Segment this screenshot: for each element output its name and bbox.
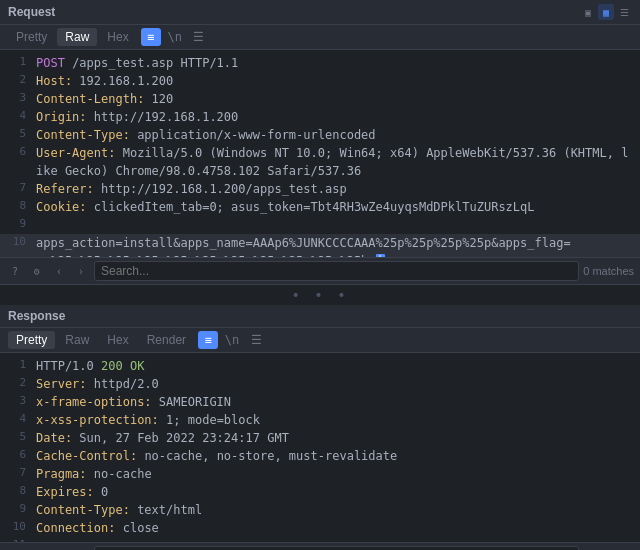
request-search-bar: ? ⚙ ‹ › 0 matches bbox=[0, 257, 640, 284]
table-row: 7 Referer: http://192.168.1.200/apps_tes… bbox=[0, 180, 640, 198]
response-content: 1 HTTP/1.0 200 OK 2 Server: httpd/2.0 3 … bbox=[0, 353, 640, 542]
panel-divider: • • • bbox=[0, 285, 640, 305]
tab-raw-response[interactable]: Raw bbox=[57, 331, 97, 349]
table-row: 5 Date: Sun, 27 Feb 2022 23:24:17 GMT bbox=[0, 429, 640, 447]
response-search-bar: ? ⚙ ‹ › 0 matches bbox=[0, 542, 640, 550]
table-row: 3 x-frame-options: SAMEORIGIN bbox=[0, 393, 640, 411]
search-prev-button[interactable]: ‹ bbox=[50, 262, 68, 280]
tab-icon-newline-request[interactable]: \n bbox=[165, 28, 185, 46]
tab-render-response[interactable]: Render bbox=[139, 331, 194, 349]
table-row: 4 x-xss-protection: 1; mode=block bbox=[0, 411, 640, 429]
tab-hex-response[interactable]: Hex bbox=[99, 331, 136, 349]
response-header: Response bbox=[0, 305, 640, 328]
table-row: 2 Host: 192.168.1.200 bbox=[0, 72, 640, 90]
tab-icon-stream-request[interactable]: ≡ bbox=[141, 28, 161, 46]
table-row: 8 Expires: 0 bbox=[0, 483, 640, 501]
response-search-input[interactable] bbox=[94, 546, 579, 550]
request-content: 1 POST /apps_test.asp HTTP/1.1 2 Host: 1… bbox=[0, 50, 640, 257]
table-row: 4 Origin: http://192.168.1.200 bbox=[0, 108, 640, 126]
response-tab-bar: Pretty Raw Hex Render ≡ \n ☰ bbox=[0, 328, 640, 353]
tab-hex-request[interactable]: Hex bbox=[99, 28, 136, 46]
tab-pretty-response[interactable]: Pretty bbox=[8, 331, 55, 349]
tab-icon-stream-response[interactable]: ≡ bbox=[198, 331, 218, 349]
response-title: Response bbox=[8, 309, 632, 323]
response-panel: Response Pretty Raw Hex Render ≡ \n ☰ 1 … bbox=[0, 305, 640, 550]
table-row: 5 Content-Type: application/x-www-form-u… bbox=[0, 126, 640, 144]
table-row: 10 Connection: close bbox=[0, 519, 640, 537]
table-row: 8 Cookie: clickedItem_tab=0; asus_token=… bbox=[0, 198, 640, 216]
tab-icon-newline-response[interactable]: \n bbox=[222, 331, 242, 349]
tab-pretty-request[interactable]: Pretty bbox=[8, 28, 55, 46]
table-row: 7 Pragma: no-cache bbox=[0, 465, 640, 483]
menu-icon[interactable]: ☰ bbox=[616, 4, 632, 20]
request-toolbar-icons: ▣ ▦ ☰ bbox=[580, 4, 632, 20]
table-row: 2 Server: httpd/2.0 bbox=[0, 375, 640, 393]
request-matches-count: 0 matches bbox=[583, 265, 634, 277]
table-row: 10 apps_action=install&apps_name=AAAp6%J… bbox=[0, 234, 640, 257]
table-row: 6 User-Agent: Mozilla/5.0 (Windows NT 10… bbox=[0, 144, 640, 180]
table-row: 6 Cache-Control: no-cache, no-store, mus… bbox=[0, 447, 640, 465]
tab-icon-menu-response[interactable]: ☰ bbox=[246, 331, 266, 349]
request-tab-bar: Pretty Raw Hex ≡ \n ☰ bbox=[0, 25, 640, 50]
request-header: Request ▣ ▦ ☰ bbox=[0, 0, 640, 25]
table-row: 9 Content-Type: text/html bbox=[0, 501, 640, 519]
search-next-button[interactable]: › bbox=[72, 262, 90, 280]
table-row: 9 bbox=[0, 216, 640, 234]
grid2-icon[interactable]: ▣ bbox=[580, 4, 596, 20]
grid3-icon[interactable]: ▦ bbox=[598, 4, 614, 20]
request-title: Request bbox=[8, 5, 574, 19]
table-row: 3 Content-Length: 120 bbox=[0, 90, 640, 108]
tab-raw-request[interactable]: Raw bbox=[57, 28, 97, 46]
gear-icon[interactable]: ⚙ bbox=[28, 262, 46, 280]
tab-icon-menu-request[interactable]: ☰ bbox=[189, 28, 209, 46]
table-row: 1 POST /apps_test.asp HTTP/1.1 bbox=[0, 54, 640, 72]
request-panel: Request ▣ ▦ ☰ Pretty Raw Hex ≡ \n ☰ 1 PO… bbox=[0, 0, 640, 285]
table-row: 1 HTTP/1.0 200 OK bbox=[0, 357, 640, 375]
request-search-input[interactable] bbox=[94, 261, 579, 281]
question-icon[interactable]: ? bbox=[6, 262, 24, 280]
